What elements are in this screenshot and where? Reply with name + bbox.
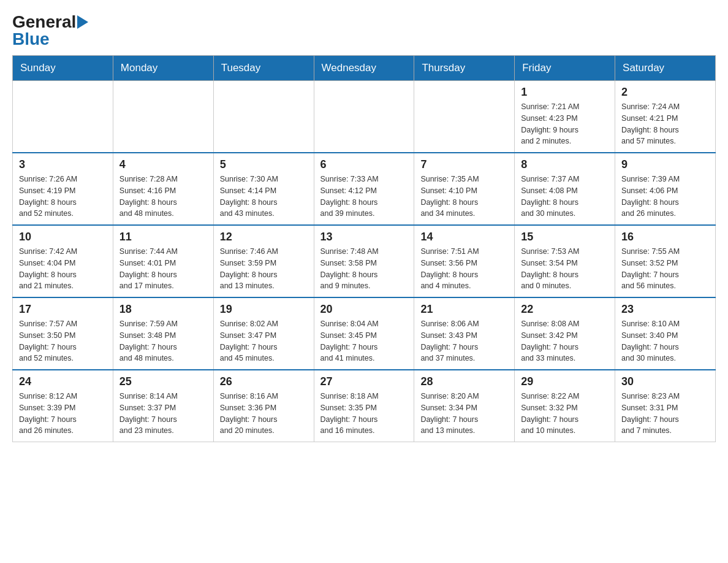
day-of-week-header: Thursday	[414, 56, 515, 81]
calendar-week-row: 1Sunrise: 7:21 AM Sunset: 4:23 PM Daylig…	[13, 81, 716, 153]
calendar-cell: 18Sunrise: 7:59 AM Sunset: 3:48 PM Dayli…	[113, 297, 213, 370]
calendar-cell: 17Sunrise: 7:57 AM Sunset: 3:50 PM Dayli…	[13, 297, 113, 370]
day-number: 12	[220, 231, 308, 243]
day-number: 22	[521, 303, 609, 316]
day-number: 9	[621, 158, 709, 171]
day-info: Sunrise: 7:55 AM Sunset: 3:52 PM Dayligh…	[621, 246, 709, 292]
day-number: 25	[119, 375, 207, 388]
day-info: Sunrise: 8:16 AM Sunset: 3:36 PM Dayligh…	[220, 391, 308, 437]
calendar-cell: 22Sunrise: 8:08 AM Sunset: 3:42 PM Dayli…	[515, 297, 615, 370]
day-info: Sunrise: 8:10 AM Sunset: 3:40 PM Dayligh…	[621, 318, 709, 364]
day-of-week-header: Tuesday	[213, 56, 314, 81]
day-info: Sunrise: 7:57 AM Sunset: 3:50 PM Dayligh…	[19, 318, 107, 364]
day-number: 30	[621, 375, 709, 388]
day-info: Sunrise: 8:04 AM Sunset: 3:45 PM Dayligh…	[320, 318, 408, 364]
day-number: 11	[119, 231, 207, 243]
day-number: 6	[320, 158, 408, 171]
day-number: 27	[320, 375, 408, 388]
day-info: Sunrise: 7:21 AM Sunset: 4:23 PM Dayligh…	[521, 101, 609, 147]
day-number: 10	[19, 231, 107, 243]
day-info: Sunrise: 7:53 AM Sunset: 3:54 PM Dayligh…	[521, 246, 609, 292]
calendar-cell	[314, 81, 414, 153]
day-number: 26	[220, 375, 308, 388]
calendar-cell: 16Sunrise: 7:55 AM Sunset: 3:52 PM Dayli…	[615, 225, 716, 297]
day-info: Sunrise: 7:30 AM Sunset: 4:14 PM Dayligh…	[220, 174, 308, 220]
calendar-cell: 1Sunrise: 7:21 AM Sunset: 4:23 PM Daylig…	[515, 81, 615, 153]
calendar-week-row: 3Sunrise: 7:26 AM Sunset: 4:19 PM Daylig…	[13, 153, 716, 225]
day-info: Sunrise: 7:33 AM Sunset: 4:12 PM Dayligh…	[320, 174, 408, 220]
calendar-cell: 15Sunrise: 7:53 AM Sunset: 3:54 PM Dayli…	[515, 225, 615, 297]
day-info: Sunrise: 8:06 AM Sunset: 3:43 PM Dayligh…	[420, 318, 508, 364]
logo-blue: Blue	[12, 29, 88, 49]
day-info: Sunrise: 7:44 AM Sunset: 4:01 PM Dayligh…	[119, 246, 207, 292]
day-info: Sunrise: 8:23 AM Sunset: 3:31 PM Dayligh…	[621, 391, 709, 437]
day-of-week-header: Wednesday	[314, 56, 414, 81]
day-number: 21	[420, 303, 508, 316]
day-number: 24	[19, 375, 107, 388]
day-number: 18	[119, 303, 207, 316]
day-info: Sunrise: 7:37 AM Sunset: 4:08 PM Dayligh…	[521, 174, 609, 220]
calendar-cell: 30Sunrise: 8:23 AM Sunset: 3:31 PM Dayli…	[615, 370, 716, 442]
calendar-cell: 27Sunrise: 8:18 AM Sunset: 3:35 PM Dayli…	[314, 370, 414, 442]
day-number: 19	[220, 303, 308, 316]
day-number: 1	[521, 86, 609, 99]
day-number: 28	[420, 375, 508, 388]
calendar-cell: 20Sunrise: 8:04 AM Sunset: 3:45 PM Dayli…	[314, 297, 414, 370]
day-number: 3	[19, 158, 107, 171]
calendar-cell: 26Sunrise: 8:16 AM Sunset: 3:36 PM Dayli…	[213, 370, 314, 442]
day-info: Sunrise: 7:28 AM Sunset: 4:16 PM Dayligh…	[119, 174, 207, 220]
day-number: 8	[521, 158, 609, 171]
day-number: 4	[119, 158, 207, 171]
calendar-week-row: 10Sunrise: 7:42 AM Sunset: 4:04 PM Dayli…	[13, 225, 716, 297]
day-number: 5	[220, 158, 308, 171]
day-number: 2	[621, 86, 709, 99]
day-of-week-header: Monday	[113, 56, 213, 81]
calendar-cell: 28Sunrise: 8:20 AM Sunset: 3:34 PM Dayli…	[414, 370, 515, 442]
calendar-cell: 29Sunrise: 8:22 AM Sunset: 3:32 PM Dayli…	[515, 370, 615, 442]
day-number: 13	[320, 231, 408, 243]
calendar-cell: 7Sunrise: 7:35 AM Sunset: 4:10 PM Daylig…	[414, 153, 515, 225]
day-info: Sunrise: 8:12 AM Sunset: 3:39 PM Dayligh…	[19, 391, 107, 437]
calendar-cell: 23Sunrise: 8:10 AM Sunset: 3:40 PM Dayli…	[615, 297, 716, 370]
day-number: 23	[621, 303, 709, 316]
calendar-cell: 13Sunrise: 7:48 AM Sunset: 3:58 PM Dayli…	[314, 225, 414, 297]
calendar-cell: 3Sunrise: 7:26 AM Sunset: 4:19 PM Daylig…	[13, 153, 113, 225]
calendar-cell: 10Sunrise: 7:42 AM Sunset: 4:04 PM Dayli…	[13, 225, 113, 297]
day-info: Sunrise: 8:02 AM Sunset: 3:47 PM Dayligh…	[220, 318, 308, 364]
day-info: Sunrise: 8:22 AM Sunset: 3:32 PM Dayligh…	[521, 391, 609, 437]
day-of-week-header: Sunday	[13, 56, 113, 81]
calendar-week-row: 24Sunrise: 8:12 AM Sunset: 3:39 PM Dayli…	[13, 370, 716, 442]
day-info: Sunrise: 7:35 AM Sunset: 4:10 PM Dayligh…	[420, 174, 508, 220]
day-info: Sunrise: 7:26 AM Sunset: 4:19 PM Dayligh…	[19, 174, 107, 220]
calendar-header-row: SundayMondayTuesdayWednesdayThursdayFrid…	[13, 56, 716, 81]
calendar-cell: 25Sunrise: 8:14 AM Sunset: 3:37 PM Dayli…	[113, 370, 213, 442]
calendar-cell: 24Sunrise: 8:12 AM Sunset: 3:39 PM Dayli…	[13, 370, 113, 442]
day-number: 7	[420, 158, 508, 171]
calendar-cell: 19Sunrise: 8:02 AM Sunset: 3:47 PM Dayli…	[213, 297, 314, 370]
calendar-cell: 8Sunrise: 7:37 AM Sunset: 4:08 PM Daylig…	[515, 153, 615, 225]
calendar-table: SundayMondayTuesdayWednesdayThursdayFrid…	[12, 55, 716, 442]
calendar-cell: 4Sunrise: 7:28 AM Sunset: 4:16 PM Daylig…	[113, 153, 213, 225]
day-info: Sunrise: 7:24 AM Sunset: 4:21 PM Dayligh…	[621, 101, 709, 147]
day-number: 29	[521, 375, 609, 388]
calendar-cell	[13, 81, 113, 153]
calendar-cell: 9Sunrise: 7:39 AM Sunset: 4:06 PM Daylig…	[615, 153, 716, 225]
calendar-cell	[414, 81, 515, 153]
calendar-cell: 2Sunrise: 7:24 AM Sunset: 4:21 PM Daylig…	[615, 81, 716, 153]
logo: General Blue	[12, 12, 88, 49]
day-info: Sunrise: 8:14 AM Sunset: 3:37 PM Dayligh…	[119, 391, 207, 437]
day-info: Sunrise: 7:39 AM Sunset: 4:06 PM Dayligh…	[621, 174, 709, 220]
calendar-week-row: 17Sunrise: 7:57 AM Sunset: 3:50 PM Dayli…	[13, 297, 716, 370]
day-info: Sunrise: 7:51 AM Sunset: 3:56 PM Dayligh…	[420, 246, 508, 292]
day-info: Sunrise: 7:59 AM Sunset: 3:48 PM Dayligh…	[119, 318, 207, 364]
calendar-cell: 6Sunrise: 7:33 AM Sunset: 4:12 PM Daylig…	[314, 153, 414, 225]
day-of-week-header: Saturday	[615, 56, 716, 81]
day-number: 14	[420, 231, 508, 243]
calendar-cell: 11Sunrise: 7:44 AM Sunset: 4:01 PM Dayli…	[113, 225, 213, 297]
day-info: Sunrise: 7:46 AM Sunset: 3:59 PM Dayligh…	[220, 246, 308, 292]
day-info: Sunrise: 7:48 AM Sunset: 3:58 PM Dayligh…	[320, 246, 408, 292]
day-info: Sunrise: 8:08 AM Sunset: 3:42 PM Dayligh…	[521, 318, 609, 364]
day-number: 20	[320, 303, 408, 316]
day-info: Sunrise: 8:20 AM Sunset: 3:34 PM Dayligh…	[420, 391, 508, 437]
day-number: 17	[19, 303, 107, 316]
